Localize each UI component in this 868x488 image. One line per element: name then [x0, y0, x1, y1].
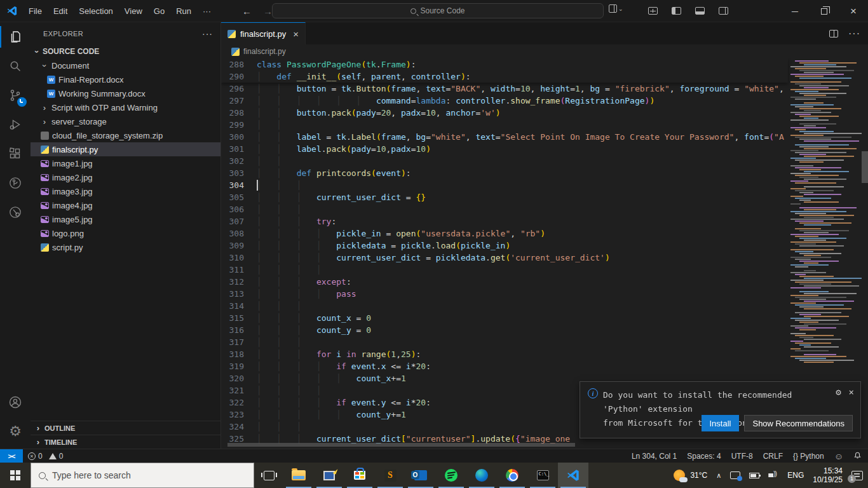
sublime-text-icon: S	[384, 470, 397, 482]
source-control-icon[interactable]	[0, 81, 31, 110]
tree-item-image1-jpg[interactable]: image1.jpg	[31, 156, 220, 170]
tree-item-image3-jpg[interactable]: image3.jpg	[31, 184, 220, 198]
taskbar-clock[interactable]: 15:34 10/19/25	[813, 466, 843, 484]
window-minimize-button[interactable]: ─	[780, 0, 810, 22]
cursor-position[interactable]: Ln 304, Col 1	[632, 452, 677, 461]
menu-view[interactable]: View	[119, 0, 148, 22]
tree-item-working-summary-docx[interactable]: WWorking Summary.docx	[31, 86, 220, 100]
sublime-text-taskbar-icon[interactable]: S	[375, 463, 405, 488]
sidebar-title: EXPLORER	[43, 30, 83, 37]
tray-overflow-icon[interactable]: ∧	[716, 471, 721, 480]
split-editor-icon[interactable]	[829, 30, 838, 37]
line-number: 302	[221, 155, 257, 167]
menu-run[interactable]: Run	[170, 0, 197, 22]
notification-settings-icon[interactable]: ⚙	[836, 387, 841, 397]
nav-back-icon[interactable]: ←	[242, 6, 252, 17]
breadcrumb[interactable]: finalscript.py	[221, 44, 868, 58]
tree-item-server-storage[interactable]: ›server_storage	[31, 114, 220, 128]
notifications-bell-icon[interactable]	[853, 451, 862, 461]
menu-edit[interactable]: Edit	[48, 0, 73, 22]
install-button[interactable]: Install	[702, 415, 740, 431]
run-debug-icon[interactable]	[0, 110, 31, 139]
sidebar-section-outline[interactable]: ›OUTLINE	[31, 421, 220, 435]
sidebar-section-timeline[interactable]: ›TIMELINE	[31, 435, 220, 449]
remote-desktop-taskbar-icon[interactable]	[314, 463, 344, 488]
menu-file[interactable]: File	[23, 0, 48, 22]
notification-close-icon[interactable]: ×	[849, 387, 854, 397]
toggle-panel-icon[interactable]	[695, 7, 705, 15]
extensions-icon[interactable]	[0, 139, 31, 168]
microsoft-store-taskbar-icon[interactable]	[344, 463, 375, 488]
remote-indicator[interactable]: ><	[0, 449, 23, 463]
tree-item-cloud-file-storage-system-zip[interactable]: cloud_file_storage_system.zip	[31, 128, 220, 142]
taskbar-search-placeholder: Type here to search	[52, 470, 131, 480]
launch-profile-icon[interactable]: ⌄	[609, 4, 623, 13]
tree-root-source-code[interactable]: › SOURCE CODE	[31, 44, 220, 58]
tree-item-script-py[interactable]: script.py	[31, 240, 220, 254]
encoding[interactable]: UTF-8	[731, 452, 753, 461]
nav-forward-icon[interactable]: →	[263, 6, 273, 17]
file-explorer-taskbar-icon[interactable]	[283, 463, 314, 488]
code-line: 309│ │ │ │ pickledata = pickle.load(pick…	[221, 240, 788, 252]
menu-[interactable]: ···	[197, 0, 217, 22]
wireless-display-icon[interactable]	[730, 471, 740, 479]
vertical-scrollbar[interactable]	[862, 151, 868, 183]
eol-sequence[interactable]: CRLF	[763, 452, 783, 461]
spotify-taskbar-icon[interactable]	[436, 463, 466, 488]
command-prompt-taskbar-icon[interactable]	[527, 463, 558, 488]
task-view-button[interactable]	[254, 463, 283, 488]
search-view-icon[interactable]	[0, 51, 31, 81]
tree-item-image4-jpg[interactable]: image4.jpg	[31, 198, 220, 212]
chevron-down-icon: ›	[40, 62, 50, 69]
remote-explorer-icon[interactable]	[0, 168, 31, 198]
command-center-search[interactable]: Source Code	[272, 3, 604, 18]
battery-icon[interactable]	[749, 473, 759, 478]
tree-item-logo-png[interactable]: logo.png	[31, 226, 220, 240]
horizontal-scrollbar[interactable]	[227, 443, 575, 447]
tree-item-label: finalscript.py	[52, 145, 98, 154]
explorer-actions-icon[interactable]: ···	[202, 29, 213, 39]
line-number: 305	[221, 191, 257, 203]
customize-layout-icon[interactable]	[648, 7, 658, 15]
tree-item-image5-jpg[interactable]: image5.jpg	[31, 212, 220, 226]
menu-go[interactable]: Go	[148, 0, 170, 22]
tree-item-finalscript-py[interactable]: finalscript.py	[31, 142, 220, 156]
explorer-icon[interactable]	[0, 22, 31, 51]
outlook-taskbar-icon[interactable]	[405, 463, 436, 488]
settings-gear-icon[interactable]: ⚙	[0, 417, 31, 446]
tree-item-final-report-docx[interactable]: WFinal-Report.docx	[31, 72, 220, 86]
volume-icon[interactable]	[768, 471, 778, 479]
toggle-sidebar-icon[interactable]	[672, 7, 681, 15]
action-center-icon[interactable]: 1	[851, 471, 863, 480]
taskbar-search-input[interactable]: Type here to search	[31, 463, 254, 488]
start-button[interactable]	[0, 463, 31, 488]
system-tray: 31°C ∧ ENG 15:34 10/19/25 1	[674, 463, 868, 488]
chrome-taskbar-icon[interactable]	[497, 463, 527, 488]
input-language[interactable]: ENG	[787, 471, 804, 480]
account-icon[interactable]	[0, 388, 31, 417]
menu-selection[interactable]: Selection	[73, 0, 118, 22]
tree-item-script-with-otp-and-warning[interactable]: ›Script with OTP and Warning	[31, 100, 220, 114]
toggle-secondary-sidebar-icon[interactable]	[719, 7, 728, 15]
show-recommendations-button[interactable]: Show Recommendations	[744, 415, 853, 431]
indentation[interactable]: Spaces: 4	[687, 452, 721, 461]
problems-indicator[interactable]: × 0 0	[28, 452, 63, 461]
minimap[interactable]	[788, 58, 862, 379]
line-number: 296	[221, 83, 257, 95]
tab-close-icon[interactable]: ×	[293, 29, 299, 39]
windows-logo-icon	[10, 470, 20, 480]
language-mode[interactable]: {} Python	[793, 452, 824, 461]
feedback-smiley-icon[interactable]: ☺	[834, 451, 843, 461]
window-close-button[interactable]: ×	[839, 0, 868, 22]
chevron-right-icon: ›	[41, 103, 48, 112]
window-restore-button[interactable]	[810, 0, 839, 22]
tree-item-image2-jpg[interactable]: image2.jpg	[31, 170, 220, 184]
edge-taskbar-icon[interactable]	[466, 463, 497, 488]
tab-finalscript[interactable]: finalscript.py ×	[221, 22, 306, 44]
editor-more-actions-icon[interactable]: ···	[848, 28, 860, 39]
tree-item-document[interactable]: ›Document	[31, 58, 220, 72]
code-editor[interactable]: 296│ │ button = tk.Button(frame, text="B…	[221, 58, 868, 449]
git-graph-icon[interactable]	[0, 198, 31, 227]
vscode-taskbar-icon[interactable]	[558, 463, 588, 488]
weather-widget[interactable]: 31°C	[674, 470, 707, 481]
